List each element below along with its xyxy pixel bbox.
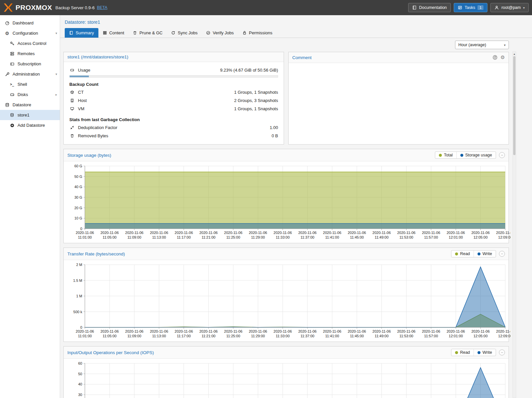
legend-label: Storage usage (465, 153, 492, 157)
gc-stat-value: 0 B (271, 133, 278, 138)
scroll-area: store1 (/mnt/datastores/store1) Usage 9.… (60, 52, 532, 398)
legend-dot (460, 154, 463, 157)
documentation-button[interactable]: Documentation (408, 3, 451, 12)
svg-text:11:25:00: 11:25:00 (226, 334, 240, 338)
svg-text:2020-11-06: 2020-11-06 (496, 329, 511, 333)
removed-bytes-row: Removed Bytes 0 B (69, 132, 278, 140)
sidebar-item-label: Administration (13, 72, 40, 77)
sidebar-item-configuration[interactable]: ⚙ Configuration ▾ (0, 28, 60, 38)
svg-text:2020-11-06: 2020-11-06 (447, 231, 465, 235)
svg-text:2020-11-06: 2020-11-06 (100, 231, 119, 235)
backup-type-label: VM (78, 106, 85, 111)
sidebar-item-label: store1 (18, 113, 29, 117)
sidebar-item-label: Shell (18, 82, 27, 87)
sidebar-item-administration[interactable]: Administration ▾ (0, 69, 60, 79)
sidebar-item-datastore[interactable]: Datastore (0, 100, 60, 110)
tab-prune-gc[interactable]: Prune & GC (128, 28, 167, 38)
svg-text:0: 0 (80, 227, 82, 231)
svg-text:11:09:00: 11:09:00 (127, 235, 141, 239)
sidebar-item-label: Remotes (18, 51, 35, 56)
chevron-down-icon[interactable]: ▾ (55, 72, 57, 76)
svg-text:11:25:00: 11:25:00 (226, 235, 240, 239)
tasks-button[interactable]: Tasks 1 (454, 3, 487, 12)
gear-icon[interactable]: ⚙ (501, 54, 505, 60)
chart-title: Transfer Rate (bytes/second) (67, 251, 125, 256)
svg-text:500 k: 500 k (73, 310, 82, 314)
collapse-icon[interactable] (499, 349, 505, 355)
svg-text:12:05:00: 12:05:00 (474, 334, 488, 338)
legend-item-write[interactable]: Write (474, 349, 496, 356)
svg-text:1 M: 1 M (76, 294, 82, 298)
user-menu-button[interactable]: root@pam ▾ (490, 3, 529, 12)
sidebar-item-remotes[interactable]: Remotes (0, 49, 60, 59)
tab-summary[interactable]: Summary (65, 28, 98, 38)
usage-row: Usage 9.23% (4.67 GiB of 50.56 GiB) (69, 66, 278, 74)
sidebar-item-label: Access Control (18, 41, 46, 46)
legend-item-storage-usage[interactable]: Storage usage (456, 152, 496, 158)
beta-link[interactable]: BETA (97, 5, 107, 10)
sidebar-item-label: Configuration (13, 31, 38, 36)
legend-item-read[interactable]: Read (451, 250, 474, 257)
legend-item-write[interactable]: Write (474, 250, 496, 257)
svg-text:11:21:00: 11:21:00 (201, 235, 215, 239)
svg-text:2020-11-06: 2020-11-06 (372, 231, 391, 235)
hdd-icon (69, 68, 75, 72)
sidebar-item-add-datastore[interactable]: Add Datastore (0, 120, 60, 130)
scrollbar-thumb[interactable] (513, 56, 515, 155)
scroll-up-icon[interactable]: ▲ (513, 52, 516, 56)
grid-icon (103, 31, 107, 35)
collapse-icon[interactable] (499, 251, 505, 257)
iops-panel: Input/Output Operations per Second (IOPS… (63, 346, 509, 398)
svg-text:11:09:00: 11:09:00 (127, 334, 141, 338)
svg-text:2020-11-06: 2020-11-06 (224, 329, 242, 333)
refresh-circle-icon[interactable] (492, 55, 498, 60)
tab-verify-jobs[interactable]: Verify Jobs (202, 28, 238, 38)
transfer-rate-panel: Transfer Rate (bytes/second) Read Write (63, 248, 509, 342)
time-range-select[interactable]: Hour (average) ▾ (455, 41, 509, 49)
tab-permissions[interactable]: Permissions (238, 28, 277, 38)
usage-progress-fill (70, 76, 89, 77)
gc-stat-value: 1.00 (270, 125, 278, 130)
sidebar-item-dashboard[interactable]: Dashboard (0, 18, 60, 28)
svg-text:11:01:00: 11:01:00 (78, 334, 92, 338)
comment-body[interactable] (289, 63, 509, 144)
tab-sync-jobs[interactable]: Sync Jobs (167, 28, 202, 38)
chevron-down-icon[interactable]: ▾ (55, 31, 57, 35)
sidebar-item-access-control[interactable]: Access Control (0, 38, 60, 49)
svg-text:11:45:00: 11:45:00 (350, 235, 364, 239)
svg-text:11:17:00: 11:17:00 (177, 334, 191, 338)
chevron-right-icon[interactable]: ▸ (55, 93, 57, 96)
sidebar-item-label: Dashboard (13, 20, 34, 25)
legend-item-read[interactable]: Read (451, 349, 474, 356)
legend-item-total[interactable]: Total (435, 152, 456, 158)
vertical-scrollbar[interactable]: ▲ (513, 51, 516, 398)
svg-text:50: 50 (78, 372, 82, 376)
tab-label: Permissions (249, 30, 272, 35)
brand-name: PROXMOX (16, 4, 52, 12)
legend-dot (455, 351, 458, 354)
wrench-icon (4, 72, 10, 77)
tab-content[interactable]: Content (98, 28, 129, 38)
svg-text:11:21:00: 11:21:00 (201, 334, 215, 338)
svg-text:12:09:00: 12:09:00 (498, 334, 511, 338)
svg-text:2020-11-06: 2020-11-06 (100, 329, 119, 333)
legend-label: Write (482, 350, 492, 355)
collapse-icon[interactable] (499, 152, 505, 158)
legend-dot (455, 252, 458, 255)
transfer-rate-chart: 0500 k1 M1.5 M2 M2020-11-0611:01:002020-… (64, 260, 509, 342)
sidebar-item-subscription[interactable]: Subscription (0, 59, 60, 69)
legend-label: Write (482, 251, 492, 256)
sidebar-item-shell[interactable]: >_ Shell (0, 79, 60, 89)
sidebar-item-disks[interactable]: Disks ▸ (0, 89, 60, 100)
tasks-label: Tasks (465, 5, 475, 10)
storage-usage-chart: 010 G20 G30 G40 G50 G60 G2020-11-0611:01… (64, 161, 509, 243)
svg-text:2020-11-06: 2020-11-06 (348, 231, 366, 235)
sidebar-item-label: Datastore (13, 102, 31, 107)
svg-text:11:37:00: 11:37:00 (301, 235, 314, 239)
proxmox-logo-icon (3, 3, 13, 13)
sidebar-item-store1[interactable]: store1 (0, 110, 60, 120)
documentation-label: Documentation (419, 5, 447, 10)
svg-text:40: 40 (78, 382, 82, 386)
svg-text:2020-11-06: 2020-11-06 (249, 329, 267, 333)
book-icon (69, 31, 73, 35)
